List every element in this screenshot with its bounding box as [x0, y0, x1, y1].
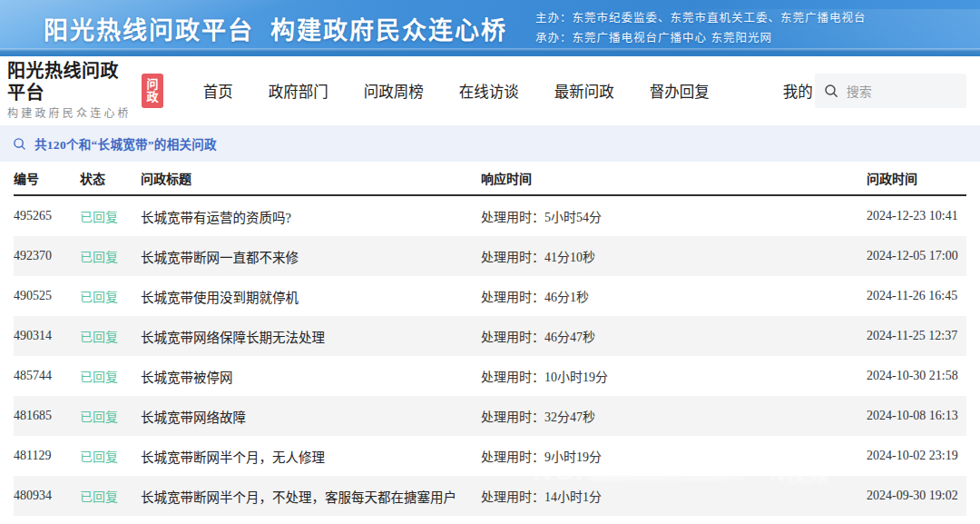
table-row[interactable]: 481685 已回复 长城宽带网络故障 处理用时：32分47秒 2024-10-…	[14, 396, 966, 436]
row-petition-title[interactable]: 长城宽带有运营的资质吗?	[141, 207, 481, 226]
duration-label: 处理用时：	[481, 251, 544, 264]
table-row[interactable]: 492370 已回复 长城宽带断网一直都不来修 处理用时：41分10秒 2024…	[14, 236, 966, 276]
duration-label: 处理用时：	[481, 371, 544, 384]
logo-badge-char2: 政	[146, 91, 158, 104]
table-row[interactable]: 495265 已回复 长城宽带有运营的资质吗? 处理用时：5小时54分 2024…	[14, 196, 966, 236]
banner-slogan: 构建政府民众连心桥	[270, 17, 507, 44]
result-search-icon	[13, 137, 26, 151]
row-status-badge: 已回复	[80, 247, 141, 265]
menu-item-5[interactable]: 最新问政	[553, 74, 616, 107]
logo-badge-wenzheng: 问 政	[142, 74, 162, 108]
duration-value: 5小时54分	[544, 211, 602, 224]
row-id: 480934	[14, 489, 80, 503]
search-input[interactable]: 搜索	[815, 74, 966, 108]
duration-label: 处理用时：	[481, 331, 544, 344]
duration-value: 41分10秒	[544, 251, 595, 264]
row-petition-title[interactable]: 长城宽带被停网	[141, 367, 481, 386]
banner-organizer-line: 承办：东莞广播电视台广播中心 东莞阳光网	[535, 28, 867, 48]
row-id: 490525	[14, 289, 80, 303]
row-status-badge: 已回复	[80, 367, 141, 385]
row-id: 485744	[14, 369, 80, 383]
duration-label: 处理用时：	[481, 490, 544, 504]
row-response-duration: 处理用时：14小时1分	[481, 487, 867, 505]
row-petition-time: 2024-12-23 10:41	[867, 209, 966, 223]
row-petition-time: 2024-11-25 12:37	[867, 329, 966, 343]
row-response-duration: 处理用时：9小时19分	[481, 447, 867, 465]
row-petition-time: 2024-10-02 23:19	[867, 449, 966, 463]
search-placeholder: 搜索	[847, 82, 872, 100]
table-header: 编号 状态 问政标题 响应时间 问政时间	[14, 162, 966, 196]
menu-item-4[interactable]: 在线访谈	[457, 74, 521, 107]
row-status-badge: 已回复	[80, 207, 141, 225]
result-bar: 共120个和“长城宽带”的相关问政	[0, 125, 980, 162]
logo-text: 阳光热线问政平台 构建政府民众连心桥	[7, 60, 135, 122]
row-petition-title[interactable]: 长城宽带使用没到期就停机	[141, 287, 481, 306]
duration-value: 14小时1分	[544, 490, 602, 504]
duration-value: 32分47秒	[544, 410, 595, 424]
duration-label: 处理用时：	[481, 450, 544, 464]
duration-label: 处理用时：	[481, 291, 544, 304]
row-petition-time: 2024-10-08 16:13	[867, 409, 966, 423]
col-header-status: 状态	[80, 169, 141, 187]
logo-title: 阳光热线问政平台	[7, 60, 135, 104]
row-petition-title[interactable]: 长城宽带断网半个月，无人修理	[141, 447, 481, 466]
table-row[interactable]: 490314 已回复 长城宽带网络保障长期无法处理 处理用时：46分47秒 20…	[14, 316, 966, 356]
row-response-duration: 处理用时：32分47秒	[481, 407, 867, 425]
row-id: 490314	[14, 329, 80, 343]
logo-subtitle: 构建政府民众连心桥	[7, 105, 135, 122]
col-header-id: 编号	[14, 169, 80, 187]
row-petition-title[interactable]: 长城宽带网络故障	[141, 407, 481, 426]
logo-badge-char1: 问	[146, 78, 158, 92]
site-logo[interactable]: 阳光热线问政平台 构建政府民众连心桥 问 政	[7, 60, 163, 122]
menu-item-2[interactable]: 政府部门	[267, 74, 330, 107]
row-id: 481129	[14, 449, 80, 463]
row-id: 481685	[14, 409, 80, 423]
main-menu: 首页政府部门问政周榜在线访谈最新问政督办回复我的	[201, 74, 815, 107]
row-response-duration: 处理用时：46分1秒	[481, 287, 867, 305]
banner-hosts: 主办：东莞市纪委监委、东莞市直机关工委、东莞广播电视台 承办：东莞广播电视台广播…	[535, 8, 867, 48]
row-petition-title[interactable]: 长城宽带断网一直都不来修	[141, 247, 481, 266]
menu-item-3[interactable]: 问政周榜	[362, 74, 426, 107]
row-status-badge: 已回复	[80, 327, 141, 345]
col-header-response: 响应时间	[481, 169, 867, 187]
row-petition-title[interactable]: 长城宽带网络保障长期无法处理	[141, 327, 481, 346]
row-petition-time: 2024-10-30 21:58	[867, 369, 966, 383]
table-row[interactable]: 481129 已回复 长城宽带断网半个月，无人修理 处理用时：9小时19分 20…	[14, 436, 966, 476]
table-body: 495265 已回复 长城宽带有运营的资质吗? 处理用时：5小时54分 2024…	[14, 196, 966, 516]
banner-title-main: 阳光热线问政平台	[44, 17, 254, 44]
row-status-badge: 已回复	[80, 287, 141, 305]
page: 阳光热线问政平台构建政府民众连心桥 主办：东莞市纪委监委、东莞市直机关工委、东莞…	[0, 0, 980, 524]
row-status-badge: 已回复	[80, 487, 141, 505]
banner-host-line: 主办：东莞市纪委监委、东莞市直机关工委、东莞广播电视台	[535, 8, 867, 28]
duration-label: 处理用时：	[481, 211, 544, 224]
duration-value: 46分1秒	[544, 291, 589, 304]
menu-item-1[interactable]: 首页	[201, 74, 235, 107]
row-petition-time: 2024-11-26 16:45	[867, 289, 966, 303]
row-status-badge: 已回复	[80, 407, 141, 425]
row-response-duration: 处理用时：41分10秒	[481, 247, 867, 265]
duration-value: 46分47秒	[544, 331, 595, 344]
banner-title: 阳光热线问政平台构建政府民众连心桥	[44, 11, 507, 46]
row-status-badge: 已回复	[80, 447, 141, 465]
row-response-duration: 处理用时：5小时54分	[481, 207, 867, 225]
top-banner: 阳光热线问政平台构建政府民众连心桥 主办：东莞市纪委监委、东莞市直机关工委、东莞…	[0, 0, 980, 56]
search-icon	[824, 84, 838, 98]
petition-table: 编号 状态 问政标题 响应时间 问政时间 495265 已回复 长城宽带有运营的…	[0, 162, 980, 516]
table-row[interactable]: 485744 已回复 长城宽带被停网 处理用时：10小时19分 2024-10-…	[14, 356, 966, 396]
row-petition-time: 2024-09-30 19:02	[867, 489, 966, 503]
col-header-time: 问政时间	[867, 169, 966, 187]
duration-value: 10小时19分	[544, 371, 608, 384]
row-response-duration: 处理用时：10小时19分	[481, 367, 867, 385]
row-response-duration: 处理用时：46分47秒	[481, 327, 867, 345]
table-row[interactable]: 480934 已回复 长城宽带断网半个月，不处理，客服每天都在搪塞用户 处理用时…	[14, 476, 966, 516]
result-count-text: 共120个和“长城宽带”的相关问政	[34, 134, 217, 153]
nav-bar: 阳光热线问政平台 构建政府民众连心桥 问 政 首页政府部门问政周榜在线访谈最新问…	[0, 56, 980, 125]
row-id: 495265	[14, 209, 80, 223]
row-id: 492370	[14, 249, 80, 263]
menu-item-7[interactable]: 我的	[781, 74, 815, 107]
menu-item-6[interactable]: 督办回复	[648, 74, 711, 107]
row-petition-title[interactable]: 长城宽带断网半个月，不处理，客服每天都在搪塞用户	[141, 487, 481, 506]
table-row[interactable]: 490525 已回复 长城宽带使用没到期就停机 处理用时：46分1秒 2024-…	[14, 276, 966, 316]
row-petition-time: 2024-12-05 17:00	[867, 249, 966, 263]
duration-label: 处理用时：	[481, 410, 544, 424]
